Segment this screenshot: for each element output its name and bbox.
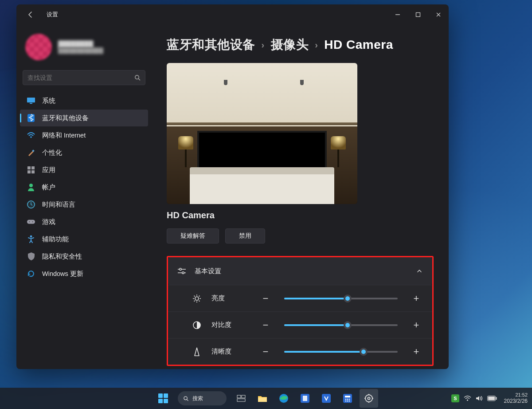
search-icon — [134, 75, 141, 81]
wifi-icon[interactable] — [464, 395, 471, 401]
taskbar: 搜索 S 21:52 2023/2/26 — [0, 388, 532, 409]
system-tray[interactable]: S 21:52 2023/2/26 — [451, 392, 528, 405]
slider-list: 亮度−+对比度−+清晰度−+ — [168, 285, 432, 365]
slider-label: 对比度 — [211, 321, 250, 329]
sidebar-item-system[interactable]: 系统 — [20, 92, 148, 109]
sidebar-item-account[interactable]: 帐户 — [20, 179, 148, 196]
sidebar-item-wifi[interactable]: 网络和 Internet — [20, 127, 148, 144]
brightness-icon — [192, 294, 202, 303]
close-button[interactable] — [428, 4, 449, 25]
sidebar-item-label: 系统 — [42, 97, 55, 105]
tray-s-icon[interactable]: S — [451, 394, 459, 402]
svg-rect-62 — [496, 397, 497, 400]
svg-line-32 — [194, 300, 195, 301]
battery-icon[interactable] — [487, 396, 497, 401]
back-button[interactable] — [23, 7, 39, 23]
titlebar: 设置 — [16, 4, 449, 25]
sidebar-item-time[interactable]: 时间和语言 — [20, 196, 148, 213]
breadcrumb-part[interactable]: 蓝牙和其他设备 — [167, 36, 255, 53]
sidebar-item-label: 个性化 — [42, 149, 62, 157]
increase-button[interactable]: + — [410, 319, 422, 331]
svg-point-60 — [467, 399, 468, 401]
decrease-button[interactable]: − — [259, 293, 272, 304]
svg-point-47 — [347, 399, 348, 400]
svg-rect-10 — [31, 166, 35, 169]
svg-line-35 — [187, 399, 188, 401]
svg-rect-43 — [322, 394, 331, 403]
svg-rect-45 — [345, 396, 350, 397]
system-icon — [27, 97, 35, 105]
minimize-button[interactable] — [387, 4, 408, 25]
disable-button[interactable]: 禁用 — [225, 228, 265, 244]
sidebar-item-label: 网络和 Internet — [42, 131, 86, 140]
maximize-button[interactable] — [408, 4, 428, 25]
svg-rect-37 — [242, 395, 245, 398]
slider-track[interactable] — [284, 324, 398, 326]
settings-taskbar-icon[interactable] — [360, 389, 378, 408]
troubleshoot-button[interactable]: 疑难解答 — [167, 228, 219, 244]
svg-point-13 — [29, 184, 33, 187]
breadcrumb-current: HD Camera — [324, 38, 393, 52]
decrease-button[interactable]: − — [259, 319, 272, 331]
sidebar-item-label: 蓝牙和其他设备 — [42, 114, 89, 122]
breadcrumb: 蓝牙和其他设备 › 摄像头 › HD Camera — [167, 36, 434, 53]
slider-label: 亮度 — [211, 294, 250, 303]
calculator-icon[interactable] — [338, 389, 357, 408]
svg-line-31 — [199, 295, 200, 296]
accessibility-icon — [27, 235, 35, 243]
sidebar-item-gaming[interactable]: 游戏 — [20, 213, 148, 230]
time-icon — [27, 201, 35, 208]
svg-rect-12 — [31, 170, 35, 173]
svg-rect-36 — [237, 395, 241, 398]
svg-point-53 — [368, 397, 370, 399]
slider-row-brightness: 亮度−+ — [168, 285, 432, 311]
sidebar-item-update[interactable]: Windows 更新 — [20, 265, 148, 282]
sidebar-item-apps[interactable]: 应用 — [20, 161, 148, 178]
breadcrumb-part[interactable]: 摄像头 — [271, 36, 309, 53]
profile-block[interactable]: ████████ ████████████ — [20, 31, 148, 67]
sidebar-item-personalize[interactable]: 个性化 — [20, 144, 148, 161]
svg-point-21 — [180, 268, 181, 270]
svg-line-29 — [194, 295, 195, 296]
camera-preview — [167, 63, 357, 204]
panel-header[interactable]: 基本设置 — [168, 257, 432, 285]
svg-point-34 — [184, 396, 187, 399]
search-input-wrap[interactable] — [23, 70, 145, 85]
taskbar-search[interactable]: 搜索 — [178, 391, 227, 405]
start-button[interactable] — [154, 389, 172, 408]
taskbar-clock[interactable]: 21:52 2023/2/26 — [504, 392, 528, 405]
settings-sliders-icon — [178, 268, 186, 274]
avatar — [25, 34, 52, 60]
task-view-icon[interactable] — [232, 389, 250, 408]
sidebar-item-label: Windows 更新 — [42, 270, 83, 278]
search-input[interactable] — [27, 74, 134, 81]
increase-button[interactable]: + — [410, 293, 422, 304]
app-icon-1[interactable] — [296, 389, 314, 408]
taskbar-date: 2023/2/26 — [504, 398, 528, 404]
sidebar-item-bluetooth[interactable]: 蓝牙和其他设备 — [20, 110, 148, 126]
svg-line-3 — [138, 79, 140, 80]
svg-rect-4 — [27, 98, 35, 102]
account-icon — [27, 183, 35, 191]
sidebar-item-accessibility[interactable]: 辅助功能 — [20, 231, 148, 248]
personalize-icon — [27, 149, 35, 157]
volume-icon[interactable] — [476, 395, 483, 401]
basic-settings-panel: 基本设置 亮度−+对比度−+清晰度−+ — [167, 256, 434, 366]
svg-rect-1 — [416, 13, 420, 17]
svg-rect-63 — [488, 397, 495, 400]
sidebar-item-privacy[interactable]: 隐私和安全性 — [20, 248, 148, 265]
sidebar: ████████ ████████████ 系统蓝牙和其他设备网络和 Inter… — [16, 25, 152, 369]
sidebar-item-label: 隐私和安全性 — [42, 252, 82, 261]
svg-point-46 — [345, 399, 347, 400]
app-icon-2[interactable] — [317, 389, 336, 408]
slider-track[interactable] — [284, 298, 398, 299]
edge-icon[interactable] — [274, 389, 293, 408]
decrease-button[interactable]: − — [259, 346, 272, 358]
file-explorer-icon[interactable] — [253, 389, 272, 408]
svg-point-49 — [345, 401, 347, 402]
contrast-icon — [192, 321, 202, 330]
slider-track[interactable] — [284, 351, 398, 353]
increase-button[interactable]: + — [410, 346, 422, 358]
profile-email: ████████████ — [58, 47, 103, 54]
sidebar-item-label: 辅助功能 — [42, 235, 69, 244]
